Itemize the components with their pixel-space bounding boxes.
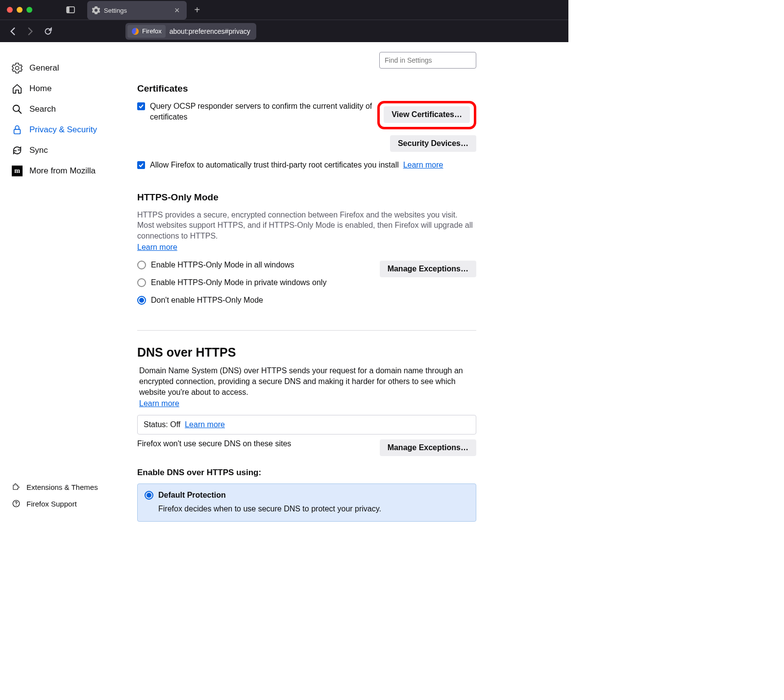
https-only-heading: HTTPS-Only Mode xyxy=(137,192,476,203)
sidebar-item-home[interactable]: Home xyxy=(0,78,123,99)
https-all-windows-radio[interactable] xyxy=(137,261,146,269)
radio-label: Default Protection xyxy=(158,491,226,500)
doh-exception-note: Firefox won't use secure DNS on these si… xyxy=(137,439,372,448)
sidebar-label: Privacy & Security xyxy=(29,125,97,135)
url-bar[interactable]: Firefox about:preferences#privacy xyxy=(125,23,256,40)
doh-default-description: Firefox decides when to use secure DNS t… xyxy=(158,505,469,513)
close-window-button[interactable] xyxy=(7,7,13,13)
sidebar-label: Home xyxy=(29,84,51,94)
sync-icon xyxy=(12,145,23,156)
https-only-description: HTTPS provides a secure, encrypted conne… xyxy=(137,210,476,241)
auto-trust-label: Allow Firefox to automatically trust thi… xyxy=(150,161,399,169)
doh-default-radio[interactable] xyxy=(145,491,153,500)
svg-rect-1 xyxy=(67,7,70,13)
ocsp-label: Query OCSP responder servers to confirm … xyxy=(150,101,372,122)
sidebar-label: Firefox Support xyxy=(26,500,77,508)
sidebar-item-extensions[interactable]: Extensions & Themes xyxy=(0,479,123,495)
doh-status-learn-more-link[interactable]: Learn more xyxy=(185,420,225,429)
sidebar-label: General xyxy=(29,63,59,73)
back-button[interactable] xyxy=(4,23,22,40)
settings-content: Certificates Query OCSP responder server… xyxy=(123,42,496,522)
home-icon xyxy=(12,83,23,94)
security-devices-button[interactable]: Security Devices… xyxy=(390,135,476,152)
doh-manage-exceptions-button[interactable]: Manage Exceptions… xyxy=(380,439,476,456)
sidebar-item-mozilla[interactable]: m More from Mozilla xyxy=(0,161,123,181)
doh-learn-more-link[interactable]: Learn more xyxy=(139,399,179,408)
sidebar-item-support[interactable]: Firefox Support xyxy=(0,495,123,512)
svg-line-4 xyxy=(19,111,22,114)
url-text: about:preferences#privacy xyxy=(166,27,254,35)
maximize-window-button[interactable] xyxy=(26,7,32,13)
https-dont-enable-radio[interactable] xyxy=(137,296,146,305)
sidebar-item-search[interactable]: Search xyxy=(0,99,123,120)
sidebar-label: More from Mozilla xyxy=(29,166,96,176)
https-only-learn-more-link[interactable]: Learn more xyxy=(137,243,177,251)
forward-button[interactable] xyxy=(22,23,39,40)
reload-button[interactable] xyxy=(39,23,57,40)
sidebar-label: Search xyxy=(29,104,56,114)
ocsp-checkbox[interactable] xyxy=(137,102,145,110)
tab-close-icon[interactable]: × xyxy=(172,5,182,16)
identity-label: Firefox xyxy=(142,27,162,35)
lock-icon xyxy=(12,124,23,135)
doh-status-box: Status: Off Learn more xyxy=(137,415,476,434)
identity-badge[interactable]: Firefox xyxy=(127,25,166,38)
window-controls xyxy=(0,7,39,13)
doh-heading: DNS over HTTPS xyxy=(137,345,476,360)
settings-sidebar: General Home Search Privacy & Security S… xyxy=(0,42,123,522)
titlebar: Settings × + xyxy=(0,0,568,20)
radio-label: Don't enable HTTPS-Only Mode xyxy=(151,296,263,305)
navigation-toolbar: Firefox about:preferences#privacy xyxy=(0,20,568,42)
sidebar-item-sync[interactable]: Sync xyxy=(0,140,123,161)
tab-title: Settings xyxy=(104,7,172,14)
search-icon xyxy=(12,104,23,115)
minimize-window-button[interactable] xyxy=(17,7,23,13)
svg-rect-5 xyxy=(14,129,21,134)
certificates-heading: Certificates xyxy=(137,83,476,94)
radio-label: Enable HTTPS-Only Mode in all windows xyxy=(151,261,294,269)
doh-default-protection-card[interactable]: Default Protection Firefox decides when … xyxy=(137,483,476,522)
auto-trust-learn-more-link[interactable]: Learn more xyxy=(403,161,443,169)
mozilla-icon: m xyxy=(12,166,23,176)
gear-icon xyxy=(92,6,100,14)
new-tab-button[interactable]: + xyxy=(187,4,208,16)
radio-label: Enable HTTPS-Only Mode in private window… xyxy=(151,278,326,287)
sidebar-item-general[interactable]: General xyxy=(0,58,123,78)
tab-settings[interactable]: Settings × xyxy=(87,1,187,20)
doh-description: Domain Name System (DNS) over HTTPS send… xyxy=(139,365,476,397)
sidebar-label: Sync xyxy=(29,145,48,155)
list-all-tabs-button[interactable] xyxy=(64,3,77,17)
https-manage-exceptions-button[interactable]: Manage Exceptions… xyxy=(380,261,476,277)
gear-icon xyxy=(12,63,23,73)
https-private-only-radio[interactable] xyxy=(137,278,146,287)
puzzle-icon xyxy=(12,483,21,491)
doh-enable-heading: Enable DNS over HTTPS using: xyxy=(137,468,476,478)
tabbar: Settings × + xyxy=(87,0,208,20)
sidebar-item-privacy[interactable]: Privacy & Security xyxy=(0,120,123,140)
divider xyxy=(137,330,476,331)
view-certificates-button[interactable]: View Certificates… xyxy=(384,106,470,123)
firefox-icon xyxy=(131,27,139,35)
sidebar-label: Extensions & Themes xyxy=(26,483,98,491)
svg-point-7 xyxy=(16,505,17,506)
settings-search-input[interactable] xyxy=(379,52,476,69)
highlight-annotation: View Certificates… xyxy=(377,101,476,129)
doh-status-text: Status: Off xyxy=(144,420,180,429)
auto-trust-checkbox[interactable] xyxy=(137,161,145,169)
help-icon xyxy=(12,499,21,508)
